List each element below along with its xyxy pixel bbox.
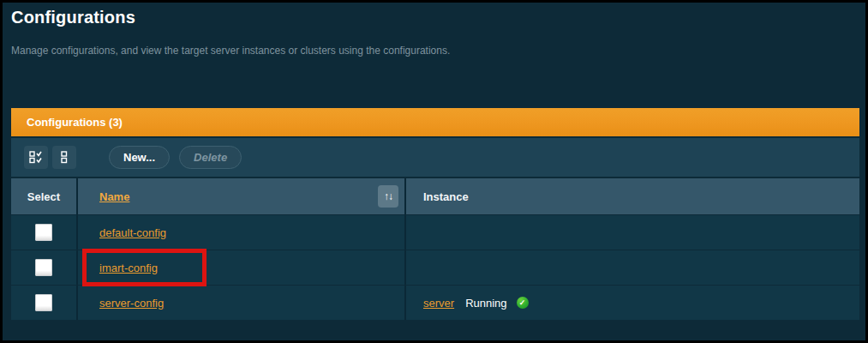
row-checkbox[interactable] [35, 259, 52, 276]
instance-status-text: Running [465, 297, 506, 310]
status-running-icon: ✓ [517, 297, 529, 309]
configurations-table: Select Name ↑↓ Instance default-config [11, 178, 859, 321]
instance-cell: server Running ✓ [406, 286, 859, 320]
page-title: Configurations [11, 8, 135, 27]
row-checkbox[interactable] [35, 294, 52, 311]
table-header-row: Select Name ↑↓ Instance [11, 178, 859, 214]
select-all-button[interactable] [24, 146, 48, 169]
sort-toggle-button[interactable]: ↑↓ [378, 185, 398, 208]
instance-cell [406, 250, 859, 285]
header-name: Name ↑↓ [78, 178, 406, 214]
table-row: server-config server Running ✓ [11, 286, 859, 320]
delete-button[interactable]: Delete [179, 146, 242, 169]
name-column-sort-link[interactable]: Name [99, 190, 129, 203]
page-subtitle: Manage configurations, and view the targ… [11, 45, 450, 57]
table-row: default-config [11, 215, 859, 250]
table-row: imart-config [11, 250, 859, 285]
instance-link-server[interactable]: server [423, 297, 454, 310]
instance-cell [406, 215, 859, 250]
new-button[interactable]: New... [109, 146, 170, 169]
header-instance: Instance [406, 178, 859, 214]
header-select: Select [11, 178, 78, 214]
deselect-all-icon [60, 151, 69, 164]
config-link-default-config[interactable]: default-config [99, 226, 166, 239]
config-link-imart-config[interactable]: imart-config [99, 262, 158, 274]
deselect-all-button[interactable] [52, 146, 76, 169]
select-all-icon [29, 151, 43, 164]
sort-arrows-icon: ↑↓ [384, 190, 392, 202]
configurations-panel-header: Configurations (3) [11, 108, 859, 136]
row-checkbox[interactable] [35, 224, 52, 241]
table-toolbar: New... Delete [11, 138, 859, 177]
config-link-server-config[interactable]: server-config [99, 297, 164, 310]
configurations-page: Configurations Manage configurations, an… [0, 0, 868, 343]
